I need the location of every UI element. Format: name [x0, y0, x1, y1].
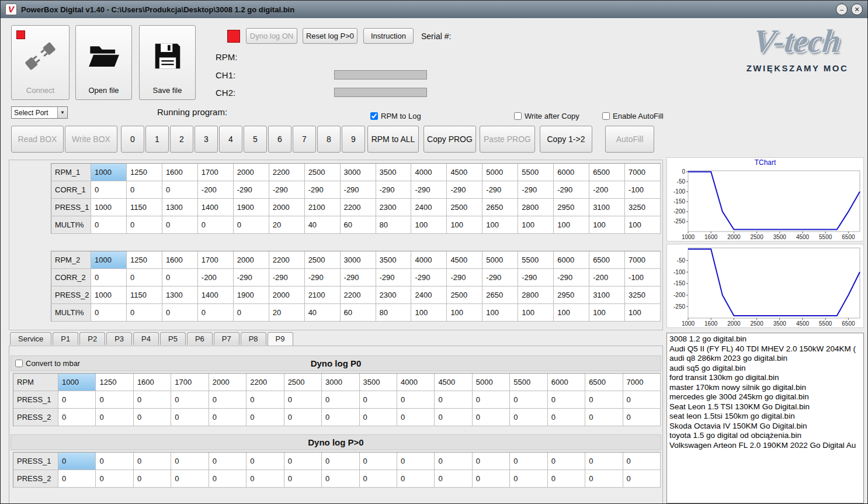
table-cell[interactable]: 0: [397, 453, 435, 470]
table-cell[interactable]: 20: [269, 216, 305, 234]
table-cell[interactable]: -290: [482, 181, 518, 199]
table-cell[interactable]: 0: [91, 304, 127, 322]
table-cell[interactable]: 2800: [518, 286, 554, 304]
table-cell[interactable]: 0: [397, 409, 435, 426]
table-cell[interactable]: 1000: [58, 374, 96, 391]
table-cell[interactable]: -200: [198, 269, 234, 286]
enable-autofill-input[interactable]: [602, 112, 610, 120]
table-cell[interactable]: 0: [209, 470, 246, 488]
table-cell[interactable]: 100: [589, 304, 625, 322]
table-cell[interactable]: 1700: [198, 164, 234, 181]
table-cell[interactable]: 0: [91, 216, 127, 234]
table-cell[interactable]: 5000: [482, 164, 518, 181]
table-cell[interactable]: 7000: [623, 374, 661, 391]
table-cell[interactable]: 0: [585, 391, 623, 409]
table-cell[interactable]: 0: [171, 470, 209, 488]
table-cell[interactable]: 0: [284, 453, 322, 470]
table-cell[interactable]: 2200: [246, 374, 284, 391]
table-cell[interactable]: -290: [554, 269, 589, 286]
table-cell[interactable]: 2300: [376, 286, 412, 304]
table-cell[interactable]: 0: [623, 391, 661, 409]
table-cell[interactable]: 2950: [554, 286, 589, 304]
table-cell[interactable]: 2500: [284, 374, 322, 391]
table-cell[interactable]: 0: [585, 453, 623, 470]
instruction-button[interactable]: Instruction: [363, 28, 414, 44]
table-cell[interactable]: 2500: [305, 251, 341, 269]
table-cell[interactable]: 0: [162, 216, 198, 234]
table-cell[interactable]: -200: [589, 181, 625, 199]
table-cell[interactable]: 0: [127, 269, 162, 286]
table-cell[interactable]: 0: [623, 409, 661, 426]
table-cell[interactable]: 1150: [127, 286, 162, 304]
table-cell[interactable]: 2200: [341, 286, 376, 304]
table-cell[interactable]: 0: [360, 409, 397, 426]
table-cell[interactable]: -200: [589, 269, 625, 286]
convert-to-mbar-checkbox[interactable]: Convert to mbar: [15, 359, 80, 368]
table-cell[interactable]: 1400: [198, 286, 234, 304]
table-cell[interactable]: 2650: [482, 286, 518, 304]
table-cell[interactable]: 0: [473, 470, 510, 488]
table-cell[interactable]: 3100: [589, 199, 625, 216]
write-after-copy-input[interactable]: [514, 112, 522, 120]
digit-button-8[interactable]: 8: [317, 126, 341, 153]
table-cell[interactable]: 3000: [341, 164, 376, 181]
table-cell[interactable]: 3500: [376, 164, 412, 181]
table-cell[interactable]: 2400: [411, 286, 447, 304]
table-cell[interactable]: 0: [548, 391, 585, 409]
table-cell[interactable]: 6500: [589, 251, 625, 269]
table-cell[interactable]: 100: [482, 304, 518, 322]
table-cell[interactable]: 5500: [518, 251, 554, 269]
table-cell[interactable]: 0: [585, 409, 623, 426]
digit-button-4[interactable]: 4: [219, 126, 242, 153]
table-cell[interactable]: 0: [623, 470, 661, 488]
table-cell[interactable]: 7000: [625, 251, 661, 269]
dyno-log-on-button[interactable]: Dyno log ON: [246, 28, 297, 44]
table-cell[interactable]: 0: [58, 470, 96, 488]
open-file-button[interactable]: Open file: [75, 25, 132, 100]
file-list-item[interactable]: Volkswagen Arteon FL 2.0 190KM 2022 Go D…: [667, 441, 863, 451]
file-list-item[interactable]: Audi Q5 II (FY FL) 40 TDI MHEV 2.0 150kW…: [667, 344, 863, 354]
port-select[interactable]: Select Port ▼: [11, 106, 68, 119]
table-cell[interactable]: 5500: [518, 164, 554, 181]
enable-autofill-checkbox[interactable]: Enable AutoFill: [602, 112, 664, 120]
table-cell[interactable]: 0: [360, 453, 397, 470]
table-cell[interactable]: 1900: [234, 286, 269, 304]
table-cell[interactable]: 0: [209, 409, 246, 426]
table-cell[interactable]: 4000: [411, 164, 447, 181]
table-cell[interactable]: 0: [510, 409, 547, 426]
table-cell[interactable]: 0: [171, 391, 209, 409]
table-cell[interactable]: 2500: [447, 286, 482, 304]
table-cell[interactable]: 2000: [234, 164, 269, 181]
table-cell[interactable]: 6500: [589, 164, 625, 181]
file-list-item[interactable]: seat leon 1.5tsi 150km go digital.bin: [667, 412, 863, 422]
table-cell[interactable]: 7000: [625, 164, 661, 181]
tab-p5[interactable]: P5: [160, 332, 186, 345]
table-cell[interactable]: 100: [447, 304, 482, 322]
table-cell[interactable]: 3000: [322, 374, 359, 391]
table-cell[interactable]: 0: [198, 216, 234, 234]
table-cell[interactable]: 0: [127, 181, 162, 199]
table-cell[interactable]: 2650: [482, 199, 518, 216]
table-cell[interactable]: -290: [447, 181, 482, 199]
table-cell[interactable]: 1000: [91, 251, 127, 269]
table-cell[interactable]: 0: [473, 409, 510, 426]
table-cell[interactable]: 100: [518, 216, 554, 234]
digit-button-0[interactable]: 0: [121, 126, 144, 153]
tab-p6[interactable]: P6: [187, 332, 213, 345]
tab-p4[interactable]: P4: [133, 332, 159, 345]
table-cell[interactable]: 2300: [376, 199, 412, 216]
table-cell[interactable]: -290: [269, 181, 305, 199]
table-cell[interactable]: 1700: [171, 374, 209, 391]
table-cell[interactable]: 0: [134, 453, 171, 470]
rpm-to-log-input[interactable]: [370, 112, 378, 120]
table-cell[interactable]: 2000: [234, 251, 269, 269]
read-box-button[interactable]: Read BOX: [11, 126, 64, 153]
table-cell[interactable]: 2100: [305, 199, 341, 216]
table-cell[interactable]: -290: [234, 181, 269, 199]
table-cell[interactable]: 1300: [162, 286, 198, 304]
table-cell[interactable]: 80: [376, 304, 412, 322]
table-cell[interactable]: 5500: [510, 374, 547, 391]
table-cell[interactable]: 0: [510, 470, 547, 488]
table-cell[interactable]: 2200: [269, 251, 305, 269]
table-cell[interactable]: 0: [548, 409, 585, 426]
